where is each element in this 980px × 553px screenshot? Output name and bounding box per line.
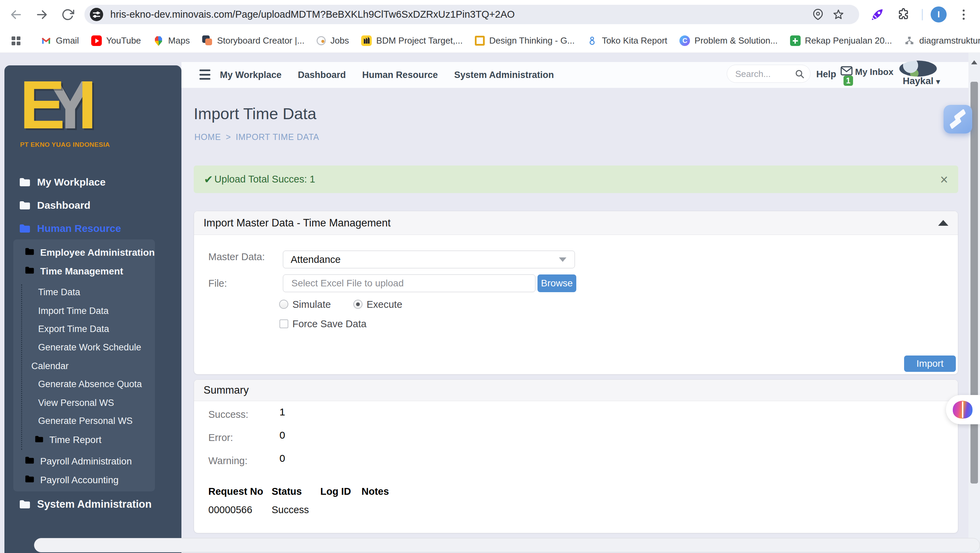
- bookmark-maps[interactable]: Maps: [153, 35, 190, 46]
- chevron-down-icon: ▾: [936, 77, 940, 86]
- sidebar-toggle-icon[interactable]: [199, 70, 210, 80]
- import-master-data-panel: Import Master Data - Time Management Mas…: [194, 211, 958, 375]
- table-header-status: Status: [272, 486, 302, 497]
- search-icon[interactable]: [794, 69, 805, 79]
- youtube-icon: [91, 35, 102, 46]
- gmail-icon: [41, 35, 51, 46]
- bookmark-label: BDM Project Target,...: [376, 35, 463, 46]
- force-save-checkbox[interactable]: [280, 319, 288, 328]
- location-pin-icon[interactable]: [812, 9, 824, 21]
- browse-button[interactable]: Browse: [538, 274, 576, 292]
- check-icon: ✔: [204, 173, 213, 186]
- success-stat-value: 1: [280, 406, 285, 418]
- topnav-dashboard[interactable]: Dashboard: [298, 70, 346, 80]
- sidebar-item-view-personal-ws[interactable]: View Personal WS: [38, 398, 114, 408]
- bookmarks-bar: Gmail YouTube Maps Storyboard Creator |.…: [0, 29, 980, 53]
- global-search: [727, 65, 810, 83]
- ai-assistant-widget[interactable]: [946, 395, 980, 424]
- site-info-icon[interactable]: [90, 8, 103, 21]
- execute-radio[interactable]: [353, 300, 363, 309]
- search-input[interactable]: [735, 66, 794, 81]
- sidebar-item-payroll-administration[interactable]: Payroll Administration: [24, 456, 132, 467]
- user-avatar[interactable]: [899, 61, 937, 76]
- bookmark-problem-solution[interactable]: Problem & Solution...: [679, 35, 778, 46]
- force-save-label[interactable]: Force Save Data: [293, 319, 367, 330]
- bookmark-label: Problem & Solution...: [694, 35, 778, 46]
- close-icon[interactable]: ×: [940, 173, 948, 186]
- breadcrumb-current: IMPORT TIME DATA: [236, 132, 319, 142]
- user-menu[interactable]: Haykal▾: [903, 76, 940, 86]
- success-stat-label: Success:: [208, 409, 248, 420]
- address-bar[interactable]: hris-ekno-dev.minovais.com/Page/uploadMD…: [84, 5, 859, 24]
- bookmark-storyboard[interactable]: Storyboard Creator |...: [202, 35, 305, 46]
- bookmark-jobs[interactable]: Jobs: [317, 35, 349, 46]
- bookmark-rekap-penjualan[interactable]: Rekap Penjualan 20...: [790, 35, 892, 46]
- file-input[interactable]: [291, 276, 527, 290]
- bookmark-toko-kita[interactable]: Toko Kita Report: [587, 35, 667, 46]
- sidebar-item-my-workplace[interactable]: My Workplace: [19, 176, 105, 188]
- collapse-caret-icon[interactable]: [938, 220, 948, 226]
- back-icon[interactable]: [10, 8, 22, 21]
- sider-extension-widget[interactable]: [943, 105, 972, 134]
- browser-profile-avatar[interactable]: I: [931, 6, 947, 22]
- storyboard-icon: [202, 35, 213, 46]
- simulate-radio[interactable]: [279, 300, 288, 309]
- bookmark-star-icon[interactable]: [833, 9, 844, 21]
- topnav-my-workplace[interactable]: My Workplace: [220, 70, 282, 80]
- inbox-count-badge: 1: [843, 76, 853, 86]
- apps-grid-icon[interactable]: [11, 37, 21, 45]
- bookmark-label: Design Thinking - G...: [489, 35, 574, 46]
- simulate-label[interactable]: Simulate: [293, 299, 331, 310]
- bookmark-youtube[interactable]: YouTube: [91, 35, 141, 46]
- bookmark-label: Storyboard Creator |...: [217, 35, 305, 46]
- sidebar-item-export-time-data[interactable]: Export Time Data: [38, 324, 109, 335]
- panel-header[interactable]: Import Master Data - Time Management: [194, 211, 958, 235]
- sidebar-item-import-time-data[interactable]: Import Time Data: [38, 306, 108, 316]
- table-header-notes: Notes: [361, 486, 389, 497]
- reload-icon[interactable]: [61, 8, 74, 21]
- help-link[interactable]: Help: [816, 69, 836, 80]
- folder-icon: [24, 266, 35, 277]
- panel-title: Summary: [204, 384, 249, 396]
- table-header-request-no: Request No: [208, 486, 263, 497]
- error-stat-label: Error:: [208, 432, 233, 443]
- horizontal-scrollbar-thumb[interactable]: [34, 538, 980, 552]
- bookmark-gmail[interactable]: Gmail: [41, 35, 79, 46]
- sidebar-item-generate-absence-quota[interactable]: Generate Absence Quota: [38, 379, 142, 390]
- sidebar-item-payroll-accounting[interactable]: Payroll Accounting: [24, 475, 118, 486]
- sidebar: EYI PT EKNO YUAG INDONESIA My Workplace …: [5, 65, 181, 553]
- inbox-envelope-icon[interactable]: [840, 65, 853, 76]
- my-inbox-link[interactable]: My Inbox: [855, 67, 894, 77]
- sidebar-item-calendar[interactable]: Calendar: [31, 361, 69, 371]
- company-logo[interactable]: EYI: [20, 74, 98, 137]
- url-text[interactable]: hris-ekno-dev.minovais.com/Page/uploadMD…: [110, 5, 515, 24]
- bookmark-bdm-miro[interactable]: BDM Project Target,...: [361, 35, 463, 46]
- error-stat-value: 0: [280, 429, 285, 441]
- sidebar-item-time-report[interactable]: Time Report: [34, 435, 102, 445]
- topnav-human-resource[interactable]: Human Resource: [362, 70, 438, 80]
- topnav-system-administration[interactable]: System Administration: [454, 70, 554, 80]
- forward-icon[interactable]: [35, 8, 48, 21]
- top-navigation: My Workplace Dashboard Human Resource Sy…: [220, 62, 554, 88]
- extension-rocket-icon[interactable]: [870, 8, 885, 22]
- sidebar-item-human-resource[interactable]: Human Resource: [19, 223, 121, 234]
- bookmark-diagramstruktur[interactable]: diagramstruktur.dra...: [904, 35, 980, 46]
- panel-header[interactable]: Summary: [194, 380, 958, 401]
- scroll-up-arrow-icon[interactable]: [971, 60, 977, 64]
- sidebar-item-system-administration[interactable]: System Administration: [19, 498, 151, 510]
- master-data-select[interactable]: Attendance: [283, 251, 575, 268]
- sidebar-item-time-data[interactable]: Time Data: [38, 287, 80, 298]
- sidebar-item-time-management[interactable]: Time Management: [24, 266, 123, 277]
- sidebar-item-generate-personal-ws[interactable]: Generate Personal WS: [38, 416, 133, 426]
- extensions-puzzle-icon[interactable]: [897, 8, 910, 21]
- import-button[interactable]: Import: [904, 355, 956, 372]
- sidebar-item-generate-work-schedule[interactable]: Generate Work Schedule: [38, 342, 141, 353]
- drawio-icon: [904, 35, 915, 46]
- folder-icon: [19, 177, 31, 187]
- bookmark-design-thinking[interactable]: Design Thinking - G...: [475, 35, 574, 46]
- sidebar-item-dashboard[interactable]: Dashboard: [19, 199, 91, 211]
- sidebar-item-employee-administration[interactable]: Employee Administration: [24, 247, 155, 258]
- breadcrumb-home[interactable]: HOME: [194, 132, 221, 142]
- execute-label[interactable]: Execute: [367, 299, 402, 310]
- browser-menu-icon[interactable]: [962, 8, 966, 21]
